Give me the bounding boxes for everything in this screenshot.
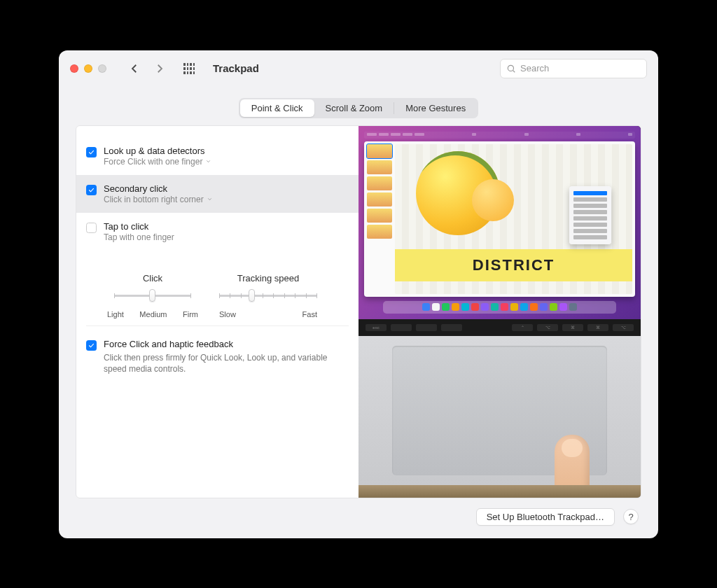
- segmented-control: Point & Click Scroll & Zoom More Gesture…: [239, 98, 478, 118]
- content: Point & Click Scroll & Zoom More Gesture…: [59, 87, 658, 538]
- click-slider-block: Click Light Medium Firm: [107, 273, 198, 318]
- click-mid: Medium: [139, 310, 167, 318]
- search-placeholder: Search: [520, 63, 549, 74]
- settings-panel: Look up & data detectors Force Click wit…: [76, 125, 641, 498]
- option-tap-to-click[interactable]: Tap to click Tap with one finger: [76, 213, 358, 251]
- preview-touchbar: esc⌃⌥⌘⌘⌥: [358, 319, 641, 336]
- titlebar: Trackpad Search: [59, 50, 658, 87]
- checkbox-secondary[interactable]: [86, 185, 97, 195]
- force-click-desc: Click then press firmly for Quick Look, …: [104, 352, 328, 376]
- svg-point-0: [508, 65, 513, 71]
- chevron-down-icon: [207, 195, 213, 204]
- option-lookup-sub[interactable]: Force Click with one finger: [104, 157, 211, 167]
- tab-bar: Point & Click Scroll & Zoom More Gesture…: [76, 98, 641, 118]
- preview-banner-text: DISTRICT: [473, 256, 555, 274]
- click-max: Firm: [183, 310, 198, 318]
- forward-button[interactable]: [150, 59, 169, 78]
- grid-icon: [183, 63, 195, 74]
- preview-body: [358, 336, 641, 498]
- chevron-down-icon: [205, 157, 211, 167]
- option-secondary-title: Secondary click: [104, 183, 213, 194]
- option-secondary-sub[interactable]: Click in bottom right corner: [104, 195, 213, 204]
- option-tap-sub: Tap with one finger: [104, 232, 174, 242]
- checkbox-tap[interactable]: [86, 223, 97, 233]
- window-controls: [70, 64, 106, 73]
- svg-line-1: [513, 70, 515, 72]
- option-secondary-click[interactable]: Secondary click Click in bottom right co…: [76, 175, 358, 213]
- search-input[interactable]: Search: [500, 59, 647, 78]
- click-min: Light: [107, 310, 124, 318]
- tab-scroll-zoom[interactable]: Scroll & Zoom: [314, 99, 394, 117]
- checkbox-force-click[interactable]: [86, 340, 97, 351]
- preview-screen: DISTRICT: [358, 126, 641, 319]
- force-click-title: Force Click and haptic feedback: [104, 339, 328, 349]
- footer: Set Up Bluetooth Trackpad… ?: [76, 498, 641, 526]
- checkbox-lookup[interactable]: [86, 147, 97, 158]
- sliders-row: Click Light Medium Firm: [86, 256, 349, 326]
- setup-bluetooth-button[interactable]: Set Up Bluetooth Trackpad…: [476, 508, 615, 526]
- close-icon[interactable]: [70, 64, 78, 73]
- settings-left: Look up & data detectors Force Click wit…: [76, 126, 358, 498]
- options-list: Look up & data detectors Force Click wit…: [76, 137, 358, 251]
- window-title: Trackpad: [213, 62, 259, 74]
- search-icon: [506, 64, 516, 74]
- minimize-icon[interactable]: [84, 64, 92, 73]
- help-button[interactable]: ?: [623, 509, 639, 524]
- preferences-window: Trackpad Search Point & Click Scroll & Z…: [59, 50, 658, 538]
- tab-point-click[interactable]: Point & Click: [240, 99, 314, 117]
- tracking-slider-block: Tracking speed Slow: [219, 273, 317, 318]
- tracking-max: Fast: [302, 310, 317, 318]
- click-slider-label: Click: [143, 273, 162, 284]
- tracking-slider[interactable]: [219, 289, 317, 303]
- zoom-icon[interactable]: [98, 64, 106, 73]
- force-click-row: Force Click and haptic feedback Click th…: [76, 326, 358, 376]
- back-button[interactable]: [125, 59, 144, 78]
- option-tap-title: Tap to click: [104, 221, 174, 232]
- gesture-preview: DISTRICT esc⌃⌥⌘⌘⌥: [358, 126, 641, 498]
- preview-context-menu: [569, 186, 611, 244]
- click-slider[interactable]: [114, 289, 191, 303]
- show-all-button[interactable]: [179, 59, 199, 78]
- tab-more-gestures[interactable]: More Gestures: [394, 99, 477, 117]
- option-lookup-title: Look up & data detectors: [104, 146, 211, 156]
- option-lookup[interactable]: Look up & data detectors Force Click wit…: [76, 137, 358, 175]
- tracking-min: Slow: [219, 310, 236, 318]
- tracking-slider-label: Tracking speed: [237, 273, 299, 284]
